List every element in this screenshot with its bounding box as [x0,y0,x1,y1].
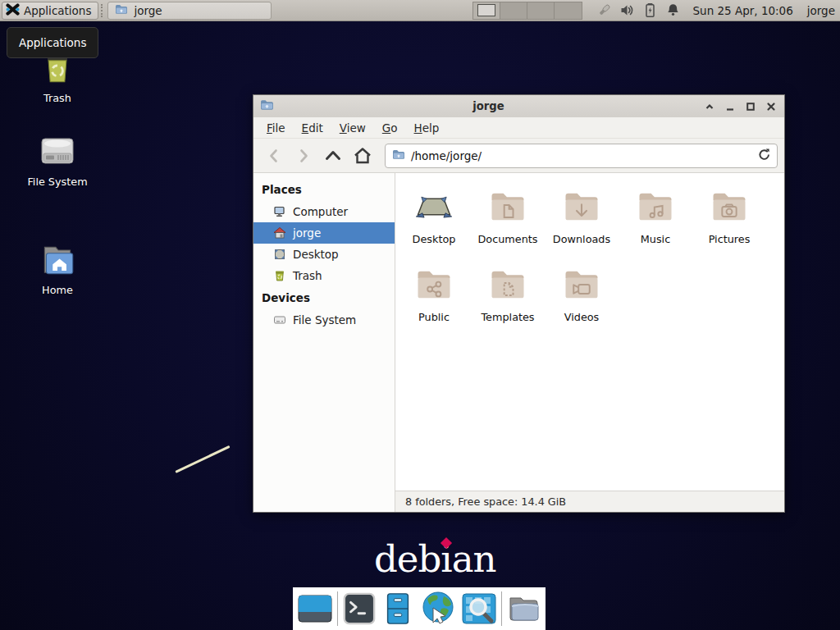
sidebar-item-label: File System [293,313,356,326]
folder-item-downloads[interactable]: Downloads [545,183,619,261]
tooltip-text: Applications [19,36,86,49]
trash-icon [273,269,286,282]
workspace-2[interactable] [500,2,527,19]
panel-clock[interactable]: Sun 25 Apr, 10:06 [693,4,793,17]
menu-go[interactable]: Go [374,121,406,135]
downloads-folder-icon [560,185,603,227]
sidebar-item-label: Desktop [293,248,339,261]
address-bar[interactable]: /home/jorge/ [385,144,778,168]
sidebar-item-trash[interactable]: Trash [253,265,395,286]
show-desktop-icon[interactable] [297,590,333,628]
desktop-icon-label: Home [42,284,73,296]
home-folder-icon [37,242,78,278]
sidebar-item-desktop[interactable]: Desktop [253,244,395,265]
applications-menu-button[interactable]: Applications [2,2,98,20]
workspace-3[interactable] [527,2,555,19]
sidebar-devices-header: Devices [253,286,395,309]
sidebar-item-computer[interactable]: Computer [253,201,395,222]
desktop-special-icon [413,185,455,227]
workspace-4[interactable] [555,2,582,19]
folder-item-music[interactable]: Music [619,183,692,261]
menu-help[interactable]: Help [406,121,448,135]
sidebar-item-jorge[interactable]: jorge [253,222,395,244]
back-button[interactable] [260,144,288,168]
panel-handle[interactable] [101,4,105,17]
folder-label: Public [418,311,450,323]
notifications-bell-icon[interactable] [665,2,681,18]
folder-label: Templates [481,311,534,323]
top-panel: Applications jorge [0,0,840,21]
sidebar: Places Computer jorge [253,173,395,512]
applications-label: Applications [24,4,91,17]
folder-item-videos[interactable]: Videos [545,261,619,339]
window-icon [260,98,274,115]
window-title: jorge [274,100,703,112]
drive-icon [273,313,286,326]
home-icon [273,226,286,240]
taskbar-window-button[interactable]: jorge [107,2,272,20]
web-browser-icon[interactable] [419,590,457,628]
maximize-button[interactable] [744,100,757,113]
statusbar: 8 folders, Free space: 14.4 GiB [395,491,784,512]
titlebar[interactable]: jorge [253,95,784,117]
close-button[interactable] [765,100,778,113]
address-path[interactable]: /home/jorge/ [411,149,751,162]
logo-text: i [441,537,451,581]
dock-folder-icon[interactable] [505,590,541,628]
folder-label: Pictures [709,233,751,245]
app-finder-icon[interactable] [461,590,497,628]
minimize-button[interactable] [724,100,737,113]
documents-folder-icon [486,185,529,227]
panel-user-menu[interactable]: jorge [807,4,835,17]
folder-item-templates[interactable]: Templates [471,261,545,339]
videos-folder-icon [560,262,603,305]
battery-icon[interactable] [642,2,658,18]
window-folder-icon [115,2,128,18]
applications-tooltip: Applications [7,27,98,58]
folder-item-documents[interactable]: Documents [471,183,545,261]
workspace-window-preview [477,4,495,16]
desktop-icon-file-system[interactable]: File System [16,134,98,188]
logo-text: deb [374,537,441,581]
menu-view[interactable]: View [331,121,374,135]
public-folder-icon [413,262,455,305]
templates-folder-icon [486,262,529,305]
menu-edit[interactable]: Edit [294,121,331,135]
reload-icon[interactable] [757,148,770,164]
music-folder-icon [634,185,677,227]
pictures-folder-icon [708,185,751,227]
up-button[interactable] [319,144,347,168]
home-button[interactable] [349,144,377,168]
menubar: File Edit View Go Help [253,117,784,139]
folder-label: Documents [478,233,538,245]
workspace-1[interactable] [473,2,500,19]
address-folder-icon [392,148,405,164]
toolbar: /home/jorge/ [253,139,784,173]
file-manager-window: jorge File Edit View Go Help [253,94,785,513]
volume-icon[interactable] [619,2,635,18]
folder-label: Desktop [413,233,456,245]
folder-item-desktop[interactable]: Desktop [397,183,471,261]
desktop-icon-label: Trash [43,92,71,104]
hard-drive-icon [36,134,79,170]
computer-icon [273,205,286,218]
sidebar-item-label: jorge [293,226,321,240]
terminal-icon[interactable] [342,590,377,628]
folder-item-pictures[interactable]: Pictures [692,183,766,261]
desktop-icon-home[interactable]: Home [16,242,98,296]
dock-separator [501,591,502,626]
file-cabinet-icon[interactable] [381,590,415,628]
shade-button[interactable] [703,100,716,113]
sidebar-item-file-system[interactable]: File System [253,309,395,331]
sidebar-places-header: Places [253,178,395,201]
folder-label: Downloads [553,233,610,245]
folder-item-public[interactable]: Public [397,261,471,339]
dock-separator [337,591,338,626]
removable-device-icon[interactable] [596,2,612,18]
status-text: 8 folders, Free space: 14.4 GiB [405,495,566,508]
folder-icon-view: Desktop Documents Do [395,173,784,491]
menu-file[interactable]: File [258,121,294,135]
forward-button[interactable] [290,144,317,168]
folder-label: Music [641,233,670,245]
applications-icon [6,2,20,19]
